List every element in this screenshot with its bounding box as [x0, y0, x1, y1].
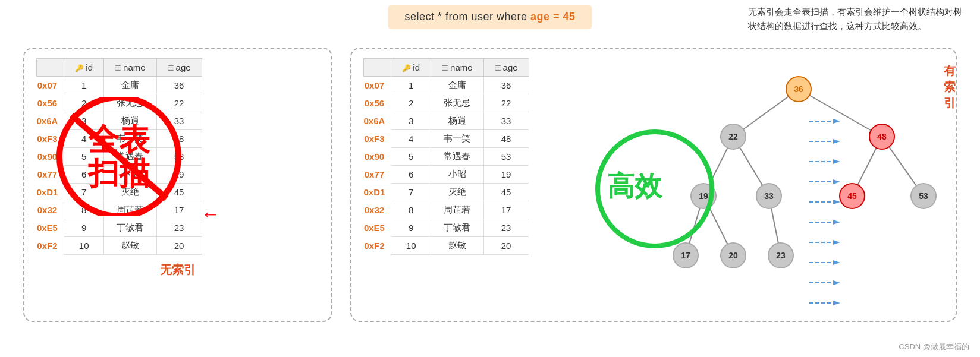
cell-age: 20 — [483, 237, 529, 255]
table-row: 0xD1 7 灭绝 45 — [364, 184, 529, 201]
tree-node-19: 19 — [690, 183, 717, 209]
cell-age: 53 — [156, 148, 202, 166]
cell-addr: 0xD1 — [37, 184, 64, 201]
cell-age: 36 — [483, 77, 529, 94]
table-row: 0x90 5 常遇春 53 — [364, 148, 529, 166]
cell-id: 4 — [64, 130, 104, 148]
left-panel: 🔑id ☰name ☰age 0x07 1 金庸 36 0x56 2 张无忌 2… — [23, 48, 332, 322]
panels: 🔑id ☰name ☰age 0x07 1 金庸 36 0x56 2 张无忌 2… — [12, 48, 968, 322]
cell-id: 8 — [391, 201, 431, 219]
cell-name: 灭绝 — [104, 184, 157, 201]
cell-id: 9 — [64, 219, 104, 237]
table-row: 0xF2 10 赵敏 20 — [37, 237, 202, 255]
cell-name: 灭绝 — [431, 184, 484, 201]
annotation-text: 无索引会走全表扫描，有索引会维护一个树状结构对树状结构的数据进行查找，这种方式比… — [748, 5, 962, 33]
cell-addr: 0xD1 — [364, 184, 391, 201]
cell-name: 小昭 — [104, 166, 157, 184]
cell-name: 常遇春 — [431, 148, 484, 166]
cell-addr: 0x90 — [37, 148, 64, 166]
cell-id: 6 — [391, 166, 431, 184]
cell-id: 9 — [391, 219, 431, 237]
table-row: 0xF3 4 韦一笑 48 — [364, 130, 529, 148]
cell-id: 6 — [64, 166, 104, 184]
cell-name: 杨逍 — [104, 112, 157, 130]
table-row: 0xE5 9 丁敏君 23 — [364, 219, 529, 237]
tree-node-33: 33 — [756, 183, 782, 209]
table-row: 0xF3 4 韦一笑 48 — [37, 130, 202, 148]
col-age-left: ☰age — [156, 59, 202, 77]
cell-id: 1 — [64, 77, 104, 94]
cell-addr: 0x77 — [37, 166, 64, 184]
cell-age: 19 — [156, 166, 202, 184]
tree-node-48: 48 — [869, 124, 895, 150]
cell-addr: 0x6A — [364, 112, 391, 130]
tree-node-22: 22 — [720, 124, 746, 150]
sql-prefix: select * from user where — [404, 11, 530, 23]
cell-id: 8 — [64, 201, 104, 219]
cell-addr: 0xF2 — [364, 237, 391, 255]
cell-addr: 0xF3 — [364, 130, 391, 148]
table-row: 0x32 8 周芷若 17 — [37, 201, 202, 219]
cell-name: 韦一笑 — [431, 130, 484, 148]
col-id-left: 🔑id — [64, 59, 104, 77]
cell-name: 韦一笑 — [104, 130, 157, 148]
cell-addr: 0x56 — [37, 94, 64, 112]
cell-age: 19 — [483, 166, 529, 184]
table-row: 0x32 8 周芷若 17 — [364, 201, 529, 219]
cell-id: 5 — [64, 148, 104, 166]
cell-id: 10 — [391, 237, 431, 255]
tree-section: 36224819334553172023 高效 — [613, 58, 952, 314]
cell-addr: 0x90 — [364, 148, 391, 166]
cell-id: 4 — [391, 130, 431, 148]
tree-node-17: 17 — [673, 242, 699, 268]
cell-id: 3 — [64, 112, 104, 130]
table-row: 0x07 1 金庸 36 — [37, 77, 202, 94]
cell-age: 48 — [483, 130, 529, 148]
right-table: 🔑id ☰name ☰age 0x07 1 金庸 36 0x56 2 张无忌 2… — [363, 58, 529, 255]
col-id-right: 🔑id — [391, 59, 431, 77]
cell-name: 金庸 — [431, 77, 484, 94]
table-row: 0x56 2 张无忌 22 — [37, 94, 202, 112]
tree-node-23: 23 — [768, 242, 794, 268]
cell-name: 金庸 — [104, 77, 157, 94]
cell-name: 丁敏君 — [104, 219, 157, 237]
cell-age: 17 — [156, 201, 202, 219]
right-panel-inner: 🔑id ☰name ☰age 0x07 1 金庸 36 0x56 2 张无忌 2… — [363, 58, 944, 314]
table-row: 0x6A 3 杨逍 33 — [37, 112, 202, 130]
csdn-watermark: CSDN @做最幸福的 — [899, 342, 969, 352]
tree-node-45: 45 — [839, 183, 865, 209]
cell-age: 22 — [483, 94, 529, 112]
cell-addr: 0x56 — [364, 94, 391, 112]
table-row: 0x07 1 金庸 36 — [364, 77, 529, 94]
cell-addr: 0xF2 — [37, 237, 64, 255]
cell-age: 48 — [156, 130, 202, 148]
col-name-right: ☰name — [431, 59, 484, 77]
table-row: 0xD1 7 灭绝 45 — [37, 184, 202, 201]
cell-addr: 0x77 — [364, 166, 391, 184]
left-panel-label: 无索引 — [36, 262, 319, 278]
cell-addr: 0xE5 — [364, 219, 391, 237]
cell-id: 7 — [64, 184, 104, 201]
cell-id: 3 — [391, 112, 431, 130]
table-row: 0xF2 10 赵敏 20 — [364, 237, 529, 255]
cell-id: 7 — [391, 184, 431, 201]
cell-id: 1 — [391, 77, 431, 94]
cell-addr: 0x6A — [37, 112, 64, 130]
svg-line-23 — [799, 89, 882, 137]
table-row: 0x56 2 张无忌 22 — [364, 94, 529, 112]
cell-age: 17 — [483, 201, 529, 219]
cell-addr: 0xE5 — [37, 219, 64, 237]
table-row: 0x77 6 小昭 19 — [364, 166, 529, 184]
sql-highlight: age = 45 — [530, 11, 576, 23]
main-container: select * from user where age = 45 无索引会走全… — [0, 0, 980, 357]
cell-addr: 0x07 — [364, 77, 391, 94]
cell-age: 53 — [483, 148, 529, 166]
cell-name: 周芷若 — [104, 201, 157, 219]
tree-node-36: 36 — [786, 76, 812, 102]
cell-id: 5 — [391, 148, 431, 166]
cell-name: 张无忌 — [104, 94, 157, 112]
cell-addr: 0x32 — [364, 201, 391, 219]
cell-age: 33 — [156, 112, 202, 130]
cell-age: 33 — [483, 112, 529, 130]
cell-age: 23 — [483, 219, 529, 237]
